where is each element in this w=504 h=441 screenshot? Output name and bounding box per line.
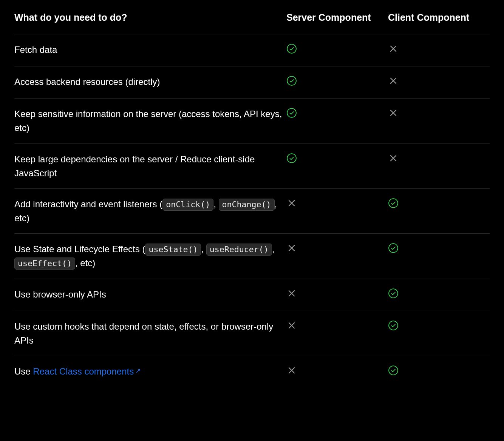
check-circle-icon <box>286 108 297 118</box>
check-circle-icon <box>388 198 399 208</box>
task-text: Use custom hooks that depend on state, e… <box>14 321 273 345</box>
task-text: Access backend resources (directly) <box>14 77 160 87</box>
client-cell <box>388 99 490 143</box>
check-circle-icon <box>286 76 297 86</box>
header-client: Client Component <box>388 11 490 34</box>
svg-point-5 <box>389 244 398 253</box>
cross-icon <box>286 320 297 331</box>
check-circle-icon <box>388 320 399 331</box>
cross-icon <box>286 243 297 253</box>
task-text: , <box>213 199 218 209</box>
client-cell <box>388 188 490 233</box>
inline-code: useReducer() <box>206 244 272 256</box>
svg-point-6 <box>389 289 398 298</box>
table-header-row: What do you need to do? Server Component… <box>14 11 490 34</box>
task-text: Fetch data <box>14 45 57 55</box>
table-row: Keep large dependencies on the server / … <box>14 143 490 188</box>
svg-point-3 <box>287 154 296 163</box>
svg-point-7 <box>389 321 398 330</box>
task-cell: Use custom hooks that depend on state, e… <box>14 311 286 356</box>
task-text: , <box>272 244 275 254</box>
check-circle-icon <box>286 153 297 163</box>
external-link[interactable]: React Class components↗ <box>33 366 141 376</box>
table-row: Add interactivity and event listeners (o… <box>14 188 490 233</box>
task-text: Use State and Lifecycle Effects ( <box>14 244 145 254</box>
svg-point-1 <box>287 76 296 85</box>
comparison-table: What do you need to do? Server Component… <box>14 11 490 388</box>
cross-icon <box>286 365 297 376</box>
table-row: Use React Class components↗ <box>14 356 490 388</box>
task-cell: Fetch data <box>14 34 286 66</box>
inline-code: useEffect() <box>14 258 75 270</box>
table-row: Fetch data <box>14 34 490 66</box>
svg-point-2 <box>287 108 296 117</box>
task-text: Use browser-only APIs <box>14 289 106 299</box>
client-cell <box>388 234 490 279</box>
task-text: , <box>201 244 206 254</box>
task-text: Keep large dependencies on the server / … <box>14 154 255 178</box>
table-row: Keep sensitive information on the server… <box>14 99 490 143</box>
task-text: , etc) <box>75 258 95 268</box>
svg-point-8 <box>389 366 398 375</box>
server-cell <box>286 234 388 279</box>
client-cell <box>388 34 490 66</box>
table-row: Use custom hooks that depend on state, e… <box>14 311 490 356</box>
server-cell <box>286 356 388 388</box>
header-server: Server Component <box>286 11 388 34</box>
server-cell <box>286 279 388 311</box>
inline-code: useState() <box>145 244 201 256</box>
inline-code: onClick() <box>162 199 213 211</box>
cross-icon <box>286 198 297 208</box>
comparison-table-wrapper: What do you need to do? Server Component… <box>0 0 504 441</box>
task-cell: Use React Class components↗ <box>14 356 286 388</box>
server-cell <box>286 188 388 233</box>
task-cell: Use State and Lifecycle Effects (useStat… <box>14 234 286 279</box>
server-cell <box>286 34 388 66</box>
check-circle-icon <box>388 365 399 376</box>
client-cell <box>388 66 490 98</box>
inline-code: onChange() <box>219 199 275 211</box>
task-cell: Keep sensitive information on the server… <box>14 99 286 143</box>
client-cell <box>388 311 490 356</box>
check-circle-icon <box>388 243 399 253</box>
header-task: What do you need to do? <box>14 11 286 34</box>
task-text: Keep sensitive information on the server… <box>14 109 282 133</box>
cross-icon <box>388 108 399 118</box>
server-cell <box>286 99 388 143</box>
table-row: Access backend resources (directly) <box>14 66 490 98</box>
server-cell <box>286 143 388 188</box>
task-cell: Add interactivity and event listeners (o… <box>14 188 286 233</box>
task-text: Use <box>14 366 33 376</box>
client-cell <box>388 143 490 188</box>
task-text: Add interactivity and event listeners ( <box>14 199 162 209</box>
client-cell <box>388 279 490 311</box>
external-link-icon: ↗ <box>135 367 141 375</box>
table-row: Use browser-only APIs <box>14 279 490 311</box>
check-circle-icon <box>286 43 297 54</box>
check-circle-icon <box>388 288 399 299</box>
cross-icon <box>286 288 297 299</box>
svg-point-0 <box>287 44 296 53</box>
task-cell: Access backend resources (directly) <box>14 66 286 98</box>
cross-icon <box>388 153 399 163</box>
server-cell <box>286 66 388 98</box>
cross-icon <box>388 76 399 86</box>
svg-point-4 <box>389 199 398 208</box>
client-cell <box>388 356 490 388</box>
cross-icon <box>388 43 399 54</box>
server-cell <box>286 311 388 356</box>
task-cell: Keep large dependencies on the server / … <box>14 143 286 188</box>
table-row: Use State and Lifecycle Effects (useStat… <box>14 234 490 279</box>
task-cell: Use browser-only APIs <box>14 279 286 311</box>
